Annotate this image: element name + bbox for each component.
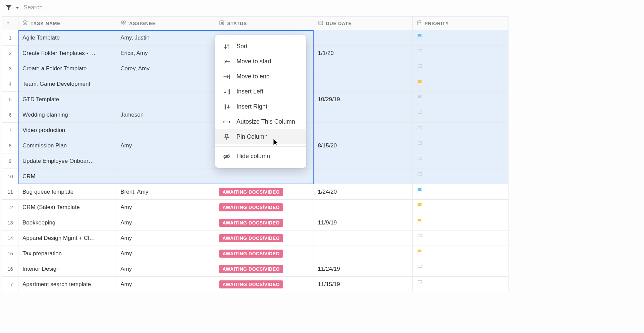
assignee-cell[interactable]: Jameson	[116, 107, 215, 123]
col-header-assignee[interactable]: ASSIGNEE	[116, 17, 215, 30]
priority-cell[interactable]	[412, 46, 508, 61]
menu-sort[interactable]: Sort	[215, 39, 306, 54]
due-cell[interactable]	[314, 61, 412, 76]
task-cell[interactable]: Commission Plan	[18, 138, 116, 153]
priority-cell[interactable]	[412, 30, 508, 46]
table-row[interactable]: 12CRM (Sales) TemplateAmyAWAITING DOCS/V…	[2, 200, 508, 215]
table-row[interactable]: 10CRM	[2, 169, 508, 184]
priority-cell[interactable]	[412, 76, 508, 92]
priority-cell[interactable]	[412, 138, 508, 153]
menu-hide[interactable]: Hide column	[215, 149, 306, 164]
task-cell[interactable]: Interior Design	[18, 261, 116, 277]
task-cell[interactable]: Create a Folder Template -…	[18, 61, 116, 76]
task-cell[interactable]: GTD Template	[18, 92, 116, 107]
assignee-cell[interactable]	[116, 76, 215, 92]
task-cell[interactable]: Bug queue template	[18, 184, 116, 200]
task-cell[interactable]: Apparel Design Mgmt + Cl…	[18, 230, 116, 246]
assignee-cell[interactable]: Corey, Amy	[116, 61, 215, 76]
col-header-status[interactable]: STATUS	[215, 17, 314, 30]
assignee-cell[interactable]	[116, 169, 215, 184]
priority-cell[interactable]	[412, 277, 508, 292]
priority-cell[interactable]	[412, 215, 508, 230]
due-cell[interactable]: 11/15/19	[314, 277, 412, 292]
status-cell[interactable]: AWAITING DOCS/VIDEO	[215, 246, 314, 261]
menu-insert-right[interactable]: Insert Right	[215, 99, 306, 114]
priority-cell[interactable]	[412, 153, 508, 169]
assignee-cell[interactable]: Amy, Justin	[116, 30, 215, 46]
assignee-cell[interactable]	[116, 123, 215, 138]
priority-cell[interactable]	[412, 169, 508, 184]
due-cell[interactable]	[314, 30, 412, 46]
due-cell[interactable]	[314, 123, 412, 138]
assignee-cell[interactable]: Amy	[116, 261, 215, 277]
assignee-cell[interactable]: Brent, Amy	[116, 184, 215, 200]
due-cell[interactable]: 1/1/20	[314, 46, 412, 61]
due-cell[interactable]	[314, 169, 412, 184]
due-cell[interactable]: 11/24/19	[314, 261, 412, 277]
due-cell[interactable]	[314, 76, 412, 92]
menu-move-start[interactable]: Move to start	[215, 54, 306, 69]
status-cell[interactable]: AWAITING DOCS/VIDEO	[215, 184, 314, 200]
status-cell[interactable]: AWAITING DOCS/VIDEO	[215, 261, 314, 277]
due-cell[interactable]	[314, 200, 412, 215]
filter-dropdown-caret-icon[interactable]	[15, 6, 19, 9]
assignee-cell[interactable]: Amy	[116, 215, 215, 230]
menu-pin[interactable]: Pin Column	[215, 129, 306, 144]
priority-cell[interactable]	[412, 230, 508, 246]
status-cell[interactable]: AWAITING DOCS/VIDEO	[215, 277, 314, 292]
status-cell[interactable]: AWAITING DOCS/VIDEO	[215, 230, 314, 246]
priority-cell[interactable]	[412, 92, 508, 107]
due-cell[interactable]	[314, 153, 412, 169]
priority-cell[interactable]	[412, 200, 508, 215]
status-cell[interactable]: AWAITING DOCS/VIDEO	[215, 200, 314, 215]
table-row[interactable]: 13BookkeepingAmyAWAITING DOCS/VIDEO11/9/…	[2, 215, 508, 230]
assignee-cell[interactable]: Erica, Amy	[116, 46, 215, 61]
priority-cell[interactable]	[412, 261, 508, 277]
assignee-cell[interactable]	[116, 92, 215, 107]
priority-cell[interactable]	[412, 61, 508, 76]
priority-cell[interactable]	[412, 184, 508, 200]
task-cell[interactable]: Wedding planning	[18, 107, 116, 123]
menu-autosize[interactable]: Autosize This Column	[215, 114, 306, 129]
due-cell[interactable]: 10/29/19	[314, 92, 412, 107]
task-cell[interactable]: Team: Game Development	[18, 76, 116, 92]
menu-move-end[interactable]: Move to end	[215, 69, 306, 84]
priority-cell[interactable]	[412, 107, 508, 123]
due-cell[interactable]	[314, 246, 412, 261]
task-cell[interactable]: Bookkeeping	[18, 215, 116, 230]
assignee-cell[interactable]: Amy	[116, 277, 215, 292]
assignee-cell[interactable]: Amy	[116, 230, 215, 246]
due-cell[interactable]	[314, 230, 412, 246]
task-cell[interactable]: Update Employee Onboar…	[18, 153, 116, 169]
task-cell[interactable]: Tax preparation	[18, 246, 116, 261]
col-header-priority[interactable]: PRIORITY	[412, 17, 508, 30]
col-header-due[interactable]: 31 DUE DATE	[314, 17, 412, 30]
table-row[interactable]: 14Apparel Design Mgmt + Cl…AmyAWAITING D…	[2, 230, 508, 246]
due-cell[interactable]	[314, 107, 412, 123]
assignee-cell[interactable]: Amy	[116, 200, 215, 215]
task-cell[interactable]: Apartment search template	[18, 277, 116, 292]
assignee-cell[interactable]	[116, 153, 215, 169]
task-cell[interactable]: Video production	[18, 123, 116, 138]
priority-cell[interactable]	[412, 246, 508, 261]
col-header-number[interactable]: #	[2, 17, 18, 30]
search-input[interactable]	[23, 3, 123, 12]
due-cell[interactable]: 11/9/19	[314, 215, 412, 230]
status-cell[interactable]: AWAITING DOCS/VIDEO	[215, 215, 314, 230]
table-row[interactable]: 16Interior DesignAmyAWAITING DOCS/VIDEO1…	[2, 261, 508, 277]
table-row[interactable]: 11Bug queue templateBrent, AmyAWAITING D…	[2, 184, 508, 200]
status-cell[interactable]	[215, 169, 314, 184]
assignee-cell[interactable]: Amy	[116, 138, 215, 153]
task-cell[interactable]: Agile Template	[18, 30, 116, 46]
filter-icon[interactable]	[5, 5, 12, 11]
due-cell[interactable]: 1/24/20	[314, 184, 412, 200]
task-cell[interactable]: CRM (Sales) Template	[18, 200, 116, 215]
menu-insert-left[interactable]: Insert Left	[215, 84, 306, 99]
priority-cell[interactable]	[412, 123, 508, 138]
table-row[interactable]: 17Apartment search templateAmyAWAITING D…	[2, 277, 508, 292]
due-cell[interactable]: 8/15/20	[314, 138, 412, 153]
col-header-task[interactable]: TASK NAME	[18, 17, 116, 30]
table-row[interactable]: 15Tax preparationAmyAWAITING DOCS/VIDEO	[2, 246, 508, 261]
task-cell[interactable]: Create Folder Templates - …	[18, 46, 116, 61]
task-cell[interactable]: CRM	[18, 169, 116, 184]
